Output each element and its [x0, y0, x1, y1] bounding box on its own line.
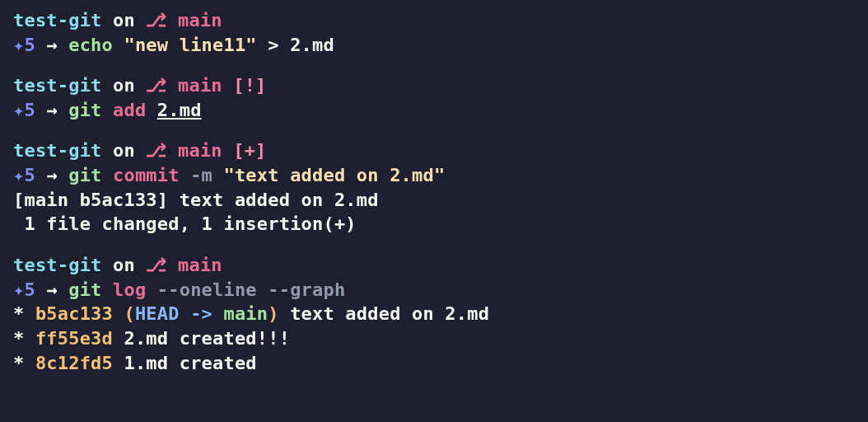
flag: -m	[190, 165, 223, 185]
prompt-arrow: →	[35, 279, 68, 300]
commit-hash: b5ac133	[35, 303, 124, 324]
prompt-line: test-git on ⎇ main [+]	[13, 138, 855, 163]
output-line: [main b5ac133] text added on 2.md	[13, 188, 855, 213]
commit-msg: "text added on 2.md"	[223, 165, 445, 185]
prompt-dir: test-git	[13, 140, 102, 161]
cmd: git	[68, 100, 113, 120]
branch-icon: ⎇	[146, 10, 166, 30]
commit-subject: text added on 2.md	[290, 303, 489, 324]
branch-ref: main	[223, 303, 268, 324]
commit-hash: 8c12fd5	[35, 353, 124, 373]
subcmd: log	[113, 279, 157, 300]
flags: --oneline --graph	[157, 279, 346, 300]
cmd: git	[68, 165, 113, 185]
prompt-dir: test-git	[13, 10, 102, 30]
lead-glyph: ✦5	[13, 35, 35, 55]
head-ref: HEAD ->	[135, 303, 224, 324]
prompt-arrow: →	[35, 165, 68, 185]
command-line: ✦5 → git log --oneline --graph	[13, 278, 855, 302]
branch-icon: ⎇	[146, 255, 166, 275]
output-line: 1 file changed, 1 insertion(+)	[13, 212, 855, 237]
string-arg: "new line11"	[124, 35, 256, 55]
prompt-branch: main	[167, 75, 222, 96]
redirect: >	[257, 35, 290, 55]
terminal[interactable]: test-git on ⎇ main ✦5 → echo "new line11…	[13, 8, 855, 375]
filename: 2.md	[290, 35, 334, 55]
lead-glyph: ✦5	[13, 279, 35, 300]
command-line: ✦5 → git add 2.md	[13, 98, 855, 123]
paren-close: )	[268, 303, 290, 324]
command-line: ✦5 → echo "new line11" > 2.md	[13, 33, 855, 58]
prompt-on: on	[102, 255, 147, 275]
prompt-line: test-git on ⎇ main [!]	[13, 73, 855, 98]
git-status-staged: [+]	[222, 140, 267, 161]
cmd: git	[68, 279, 113, 300]
prompt-on: on	[102, 10, 147, 30]
commit-subject: 2.md created!!!	[124, 328, 290, 349]
command-line: ✦5 → git commit -m "text added on 2.md"	[13, 163, 855, 188]
lead-glyph: ✦5	[13, 100, 35, 120]
log-row: * 8c12fd5 1.md created	[13, 351, 855, 376]
branch-icon: ⎇	[146, 75, 166, 96]
subcmd: commit	[113, 165, 190, 185]
commit-hash: ff55e3d	[35, 328, 124, 349]
prompt-branch: main	[167, 10, 222, 30]
prompt-line: test-git on ⎇ main	[13, 8, 855, 33]
subcmd: add	[113, 100, 157, 120]
commit-subject: 1.md created	[124, 353, 256, 373]
prompt-arrow: →	[35, 35, 68, 55]
prompt-line: test-git on ⎇ main	[13, 253, 855, 278]
prompt-dir: test-git	[13, 255, 102, 275]
graph-star: *	[13, 353, 35, 373]
log-row: * b5ac133 (HEAD -> main) text added on 2…	[13, 302, 855, 326]
branch-icon: ⎇	[146, 140, 166, 161]
paren-open: (	[124, 303, 134, 324]
prompt-dir: test-git	[13, 75, 102, 96]
log-row: * ff55e3d 2.md created!!!	[13, 326, 855, 351]
prompt-on: on	[102, 75, 147, 96]
git-status-dirty: [!]	[222, 75, 267, 96]
prompt-on: on	[102, 140, 147, 161]
filename: 2.md	[157, 100, 202, 120]
prompt-arrow: →	[35, 100, 68, 120]
lead-glyph: ✦5	[13, 165, 35, 185]
prompt-branch: main	[167, 255, 222, 275]
graph-star: *	[13, 303, 35, 324]
graph-star: *	[13, 328, 35, 349]
cmd: echo	[68, 35, 124, 55]
prompt-branch: main	[167, 140, 222, 161]
